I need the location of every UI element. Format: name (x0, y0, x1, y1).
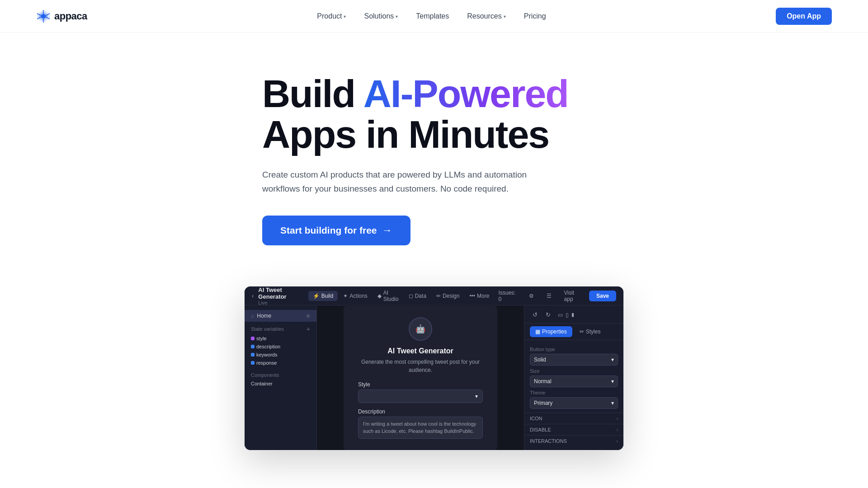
robot-icon: 🤖 (415, 324, 425, 334)
logo-icon (36, 9, 51, 23)
var-dot-response (251, 361, 255, 365)
icon-row[interactable]: ICON › (524, 413, 623, 424)
app-topbar-right: Issues: 0 ⚙ ☰ Visit app Save (494, 288, 616, 304)
description-field-label: Description (358, 408, 483, 415)
var-dot-description (251, 345, 255, 348)
nav-templates[interactable]: Templates (408, 9, 457, 24)
back-button[interactable]: ‹ (252, 292, 254, 299)
logo-link[interactable]: appaca (36, 9, 87, 23)
app-topbar: ‹ AI Tweet Generator Live ⚡Build ✦Action… (245, 286, 623, 305)
open-app-button[interactable]: Open App (776, 8, 832, 25)
state-var-response: response (245, 359, 316, 367)
app-window: ‹ AI Tweet Generator Live ⚡Build ✦Action… (244, 286, 624, 450)
sidebar-home[interactable]: ⌂ Home ⚙ (245, 310, 316, 322)
hero-subheading: Create custom AI products that are power… (262, 168, 552, 196)
navbar: appaca Product▾ Solutions▾ Templates Res… (0, 0, 868, 33)
app-screenshot-wrapper: ‹ AI Tweet Generator Live ⚡Build ✦Action… (208, 286, 660, 450)
app-center: 🤖 AI Tweet Generator Generate the most c… (317, 305, 524, 450)
device-mobile-icon[interactable]: ▮ (571, 312, 574, 318)
disable-row-chevron: › (617, 427, 618, 432)
var-dot-keywords (251, 353, 255, 357)
visit-app-button[interactable]: Visit app (560, 288, 585, 304)
disable-row[interactable]: DISABLE › (524, 424, 623, 435)
var-dot-style (251, 337, 255, 340)
state-var-style: style (245, 334, 316, 343)
description-textarea[interactable]: I'm writing a tweet about how cool is th… (358, 417, 483, 439)
app-right-panel: ↺ ↻ ▭ ▯ ▮ ▦ Properties ✏ Styles (524, 305, 623, 450)
style-label: Style (358, 381, 483, 388)
button-type-select[interactable]: Solid ▾ (530, 354, 618, 366)
menu-button[interactable]: ☰ (542, 291, 556, 301)
icon-row-chevron: › (617, 416, 618, 421)
save-button[interactable]: Save (589, 291, 616, 301)
right-panel-button-type-section: Button type Solid ▾ Size Normal ▾ Theme … (524, 340, 623, 413)
tab-styles[interactable]: ✏ Styles (574, 326, 606, 337)
state-var-keywords: keywords (245, 351, 316, 359)
topbar-nav-data[interactable]: ◻Data (404, 291, 431, 301)
button-type-label: Button type (530, 347, 618, 352)
app-topbar-left: ‹ AI Tweet Generator Live (252, 286, 308, 305)
style-select[interactable]: ▾ (358, 389, 483, 403)
add-state-var-icon[interactable]: + (307, 325, 310, 333)
redo-button[interactable]: ↻ (543, 310, 553, 319)
device-tablet-icon[interactable]: ▯ (566, 312, 569, 318)
size-label: Size (530, 368, 618, 374)
interactions-row-chevron: › (617, 439, 618, 444)
topbar-nav-build[interactable]: ⚡Build (308, 291, 338, 301)
app-sidebar: ⌂ Home ⚙ State variables + style descrip… (245, 305, 317, 450)
right-panel-tabs: ▦ Properties ✏ Styles (524, 324, 623, 340)
app-preview-card: 🤖 AI Tweet Generator Generate the most c… (344, 305, 497, 451)
hero-cta-button[interactable]: Start building for free → (262, 216, 410, 245)
preview-description: Generate the most compelling tweet post … (358, 358, 483, 374)
state-var-description: description (245, 343, 316, 351)
tab-properties[interactable]: ▦ Properties (530, 326, 572, 337)
hero-section: Build AI-Powered Apps in Minutes Create … (226, 33, 642, 268)
hero-cta-label: Start building for free (280, 225, 377, 236)
app-body: ⌂ Home ⚙ State variables + style descrip… (245, 305, 623, 450)
logo-text: appaca (54, 10, 87, 22)
hero-gradient-text: AI-Powered (363, 72, 568, 115)
right-panel-toolbar: ↺ ↻ ▭ ▯ ▮ (524, 310, 623, 324)
preview-title: AI Tweet Generator (358, 347, 483, 355)
components-label: Components (245, 367, 316, 380)
nav-pricing[interactable]: Pricing (516, 9, 554, 24)
size-select[interactable]: Normal ▾ (530, 375, 618, 387)
device-desktop-icon[interactable]: ▭ (558, 312, 563, 318)
topbar-nav-design[interactable]: ✏Design (432, 291, 464, 301)
interactions-row[interactable]: INTERACTIONS › (524, 435, 623, 446)
sidebar-home-settings-icon: ⚙ (306, 314, 310, 319)
state-vars-label: State variables + (245, 322, 316, 334)
app-title: AI Tweet Generator (258, 286, 308, 300)
undo-button[interactable]: ↺ (530, 310, 540, 319)
topbar-nav-actions[interactable]: ✦Actions (339, 291, 372, 301)
app-preview-logo: 🤖 (409, 317, 432, 341)
app-subtitle: Live (258, 300, 308, 305)
topbar-nav-more[interactable]: •••More (465, 291, 494, 301)
topbar-nav-ai-studio[interactable]: ◆AI Studio (373, 288, 403, 304)
settings-button[interactable]: ⚙ (524, 291, 538, 301)
app-topbar-nav: ⚡Build ✦Actions ◆AI Studio ◻Data ✏Design… (308, 288, 494, 304)
hero-heading: Build AI-Powered Apps in Minutes (262, 73, 606, 155)
nav-links: Product▾ Solutions▾ Templates Resources▾… (309, 9, 554, 24)
home-icon: ⌂ (251, 313, 254, 319)
nav-solutions[interactable]: Solutions▾ (356, 9, 406, 24)
nav-product[interactable]: Product▾ (309, 9, 354, 24)
theme-label: Theme (530, 390, 618, 395)
issues-indicator: Issues: 0 (494, 288, 520, 304)
arrow-icon: → (382, 225, 392, 236)
theme-select[interactable]: Primary ▾ (530, 397, 618, 409)
nav-resources[interactable]: Resources▾ (459, 9, 514, 24)
sidebar-component-container[interactable]: Container (245, 380, 316, 388)
